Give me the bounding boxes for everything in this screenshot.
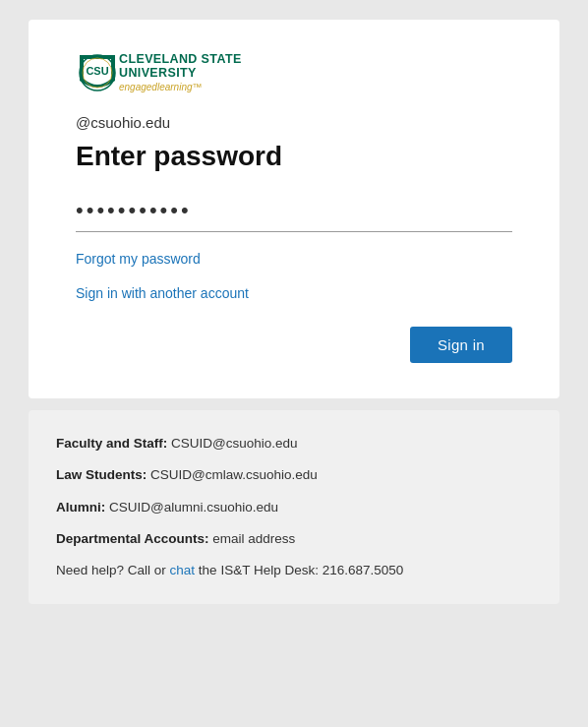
password-input[interactable] (76, 194, 512, 232)
info-value-dept: email address (212, 531, 295, 546)
sign-in-row: Sign in (76, 327, 512, 363)
link-row-forgot: Forgot my password (76, 250, 512, 274)
link-row-other-account: Sign in with another account (76, 284, 512, 309)
info-row-help: Need help? Call or chat the IS&T Help De… (56, 561, 532, 580)
logo-area: CSU CLEVELAND STATE UNIVERSITY engagedle… (76, 51, 512, 94)
login-card: CSU CLEVELAND STATE UNIVERSITY engagedle… (29, 20, 559, 398)
csu-logo-icon: CSU (76, 51, 119, 94)
forgot-password-link[interactable]: Forgot my password (76, 251, 201, 267)
sign-in-other-account-link[interactable]: Sign in with another account (76, 285, 249, 301)
info-row-alumni: Alumni: CSUID@alumni.csuohio.edu (56, 498, 532, 517)
info-row-law: Law Students: CSUID@cmlaw.csuohio.edu (56, 465, 532, 485)
password-field-wrapper (76, 194, 512, 232)
info-label-dept: Departmental Accounts: (56, 531, 209, 546)
university-tagline: engagedlearning™ (119, 82, 242, 92)
logo-text-block: CLEVELAND STATE UNIVERSITY engagedlearni… (119, 53, 242, 93)
svg-text:CSU: CSU (86, 65, 108, 77)
info-row-dept: Departmental Accounts: email address (56, 529, 532, 549)
help-prefix-text: Need help? Call or (56, 563, 170, 577)
info-label-alumni: Alumni: (56, 500, 105, 515)
help-suffix-text: the IS&T Help Desk: 216.687.5050 (195, 563, 403, 577)
info-value-faculty: CSUID@csuohio.edu (171, 436, 298, 451)
info-section: Faculty and Staff: CSUID@csuohio.edu Law… (29, 410, 559, 604)
info-value-law: CSUID@cmlaw.csuohio.edu (150, 467, 318, 482)
help-chat-link[interactable]: chat (170, 563, 196, 577)
page-title: Enter password (76, 141, 512, 172)
info-label-law: Law Students: (56, 467, 147, 482)
info-row-faculty: Faculty and Staff: CSUID@csuohio.edu (56, 434, 532, 454)
sign-in-button[interactable]: Sign in (410, 327, 512, 363)
info-value-alumni: CSUID@alumni.csuohio.edu (109, 500, 278, 515)
university-name-line1: CLEVELAND STATE (119, 53, 242, 67)
university-name-line2: UNIVERSITY (119, 67, 242, 81)
email-display: @csuohio.edu (76, 114, 512, 131)
info-label-faculty: Faculty and Staff: (56, 436, 167, 451)
page-wrapper: CSU CLEVELAND STATE UNIVERSITY engagedle… (0, 20, 588, 727)
